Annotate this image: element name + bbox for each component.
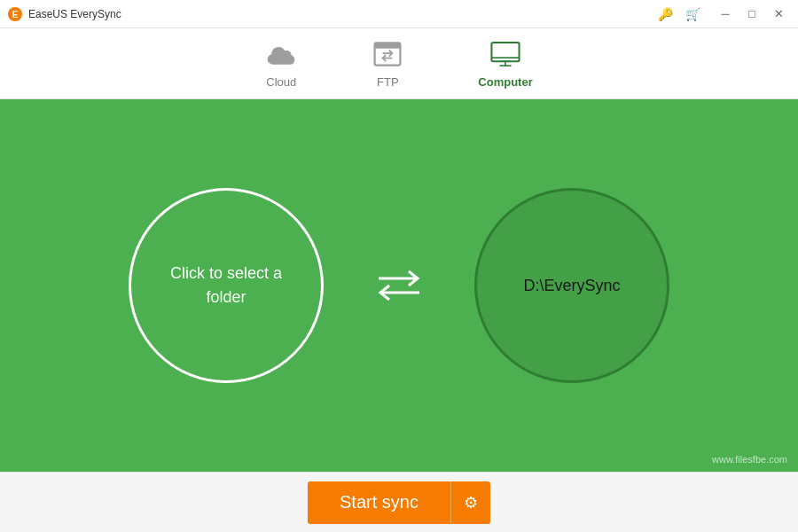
ftp-icon (372, 38, 403, 70)
app-title: EaseUS EverySync (28, 8, 658, 20)
close-button[interactable]: ✕ (766, 4, 791, 24)
cloud-icon (265, 38, 297, 70)
double-arrow-icon (377, 268, 421, 303)
computer-icon (489, 38, 521, 70)
tab-cloud-label: Cloud (266, 75, 296, 89)
svg-rect-6 (491, 43, 519, 61)
select-folder-circle[interactable]: Click to select a folder (129, 188, 324, 383)
bottom-bar: Start sync ⚙ (0, 472, 798, 532)
tab-computer[interactable]: Computer (467, 31, 543, 96)
sync-arrows (377, 268, 421, 303)
shop-icon[interactable]: 🛒 (685, 7, 700, 21)
select-folder-text: Click to select a folder (170, 262, 282, 309)
sync-settings-button[interactable]: ⚙ (450, 481, 490, 524)
main-area: Click to select a folder D:\EverySync ww… (0, 99, 798, 472)
svg-rect-3 (375, 43, 401, 48)
title-bar: E EaseUS EverySync 🔑 🛒 ─ □ ✕ (0, 0, 798, 28)
watermark: www.filesfbe.com (712, 453, 787, 466)
tab-bar: Cloud FTP Computer (0, 28, 798, 99)
window-controls: ─ □ ✕ (713, 4, 791, 24)
maximize-button[interactable]: □ (739, 4, 764, 24)
tab-computer-label: Computer (478, 75, 532, 89)
svg-text:E: E (12, 10, 19, 20)
app-logo-icon: E (7, 6, 23, 22)
start-sync-button[interactable]: Start sync (308, 481, 450, 524)
destination-folder-text: D:\EverySync (523, 277, 620, 295)
minimize-button[interactable]: ─ (713, 4, 738, 24)
tab-ftp-label: FTP (377, 75, 399, 89)
tab-cloud[interactable]: Cloud (254, 31, 308, 96)
destination-folder-circle[interactable]: D:\EverySync (474, 188, 669, 383)
tab-ftp[interactable]: FTP (361, 31, 414, 96)
pin-icon[interactable]: 🔑 (658, 7, 673, 21)
